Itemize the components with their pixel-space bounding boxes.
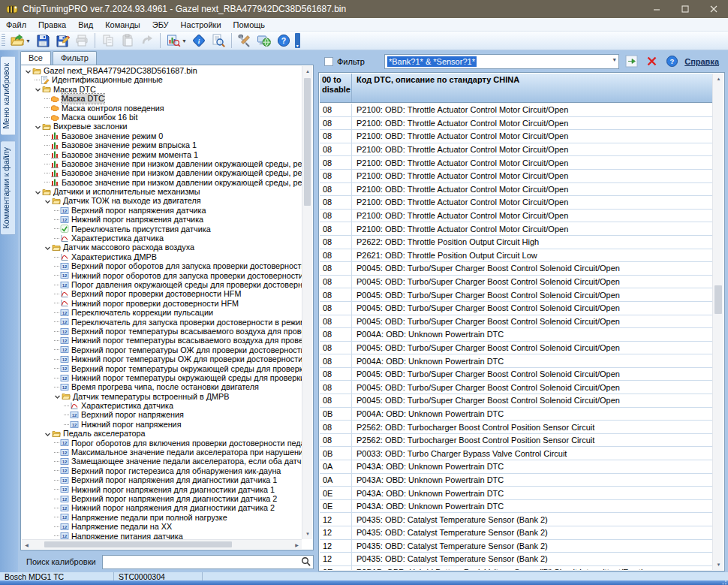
toolbar-overflow-button[interactable]: ▾: [295, 33, 300, 48]
tree-item[interactable]: 12Порог оборотов для включения проверки …: [22, 439, 302, 448]
dtc-description-cell[interactable]: P2100: OBD: Throttle Actuator Control Mo…: [352, 211, 712, 220]
dtc-table-row[interactable]: 12P0435: OBD: Catalyst Temperature Senso…: [320, 513, 712, 526]
table-vscrollbar[interactable]: ▲ ▼: [712, 74, 723, 570]
chevron-down-icon[interactable]: [44, 198, 51, 204]
dtc-mask-cell[interactable]: 08: [320, 170, 352, 182]
tree-item[interactable]: 12Нижний порог напряжения датчика: [22, 215, 302, 224]
tree-item[interactable]: 12Верхний порог напряжения: [22, 410, 302, 419]
chevron-down-icon[interactable]: [35, 86, 41, 92]
toolbar-help-button[interactable]: ?: [275, 32, 293, 49]
tree-item[interactable]: Идентификационные данные: [22, 75, 302, 84]
dtc-mask-cell[interactable]: 0A: [320, 460, 352, 473]
tree-item[interactable]: Датчик ТОЖ на выходе из двигателя: [22, 196, 302, 205]
menu-эбу[interactable]: ЭБУ: [146, 20, 175, 30]
dtc-description-cell[interactable]: P2100: OBD: Throttle Actuator Control Mo…: [352, 105, 712, 114]
dtc-table-row[interactable]: 08P004A: OBD: Unknown Powertrain DTC: [320, 328, 712, 342]
tree-item[interactable]: 12Верхний порог оборотов для запуска про…: [22, 261, 302, 270]
minimize-button[interactable]: [642, 0, 671, 18]
table-vscroll-thumb[interactable]: [714, 285, 722, 314]
dtc-table-row[interactable]: 12P0435: OBD: Catalyst Temperature Senso…: [320, 540, 712, 553]
chevron-down-icon[interactable]: [35, 123, 41, 130]
dtc-table-row[interactable]: 0AP043A: OBD: Unknown Powertrain DTC: [320, 460, 712, 474]
dtc-description-cell[interactable]: P0045: OBD: Turbo/Super Charger Boost Co…: [352, 396, 712, 405]
menu-файл[interactable]: Файл: [0, 20, 32, 30]
scroll-left-icon[interactable]: ◀: [22, 540, 32, 550]
tree-item[interactable]: Базовое значение при низком давлении окр…: [22, 178, 302, 187]
tree-vscrollbar[interactable]: ▲ ▼: [302, 66, 312, 539]
toolbar-connect-button[interactable]: [255, 32, 273, 49]
toolbar-chart-view-button[interactable]: ▼: [164, 32, 188, 49]
tree-item[interactable]: Базовое значение режим момента 1: [22, 150, 302, 159]
chevron-down-icon[interactable]: [25, 68, 32, 74]
tree-item[interactable]: Верхний порог проверки достоверности HFM: [22, 289, 302, 298]
search-icon[interactable]: [301, 556, 311, 567]
dtc-table-row[interactable]: 08P0045: OBD: Turbo/Super Charger Boost …: [320, 276, 712, 289]
chevron-down-icon[interactable]: ▼: [612, 57, 617, 62]
dtc-mask-cell[interactable]: 08: [320, 288, 352, 301]
chevron-down-icon[interactable]: [54, 393, 61, 400]
dtc-mask-cell[interactable]: 08: [320, 104, 352, 116]
dtc-description-cell[interactable]: P0435: OBD: Catalyst Temperature Sensor …: [352, 541, 712, 550]
apply-filter-button[interactable]: [624, 53, 639, 69]
tree-item[interactable]: 12Напряжение педали при полной нагрузке: [22, 513, 302, 522]
dtc-mask-cell[interactable]: 08: [320, 368, 352, 381]
dtc-description-cell[interactable]: P0B1B: OBD: Hybrid Battery Pack Voltage …: [352, 568, 712, 570]
side-tab-comments[interactable]: Комментарии к файлу: [0, 140, 15, 235]
close-button[interactable]: [699, 0, 728, 18]
dtc-mask-cell[interactable]: 08: [320, 354, 352, 367]
dtc-description-cell[interactable]: P0045: OBD: Turbo/Super Charger Boost Co…: [352, 264, 712, 273]
dtc-table-row[interactable]: 08P0045: OBD: Turbo/Super Charger Boost …: [320, 381, 712, 394]
dtc-mask-cell[interactable]: 0E: [320, 500, 352, 513]
dtc-description-cell[interactable]: P2100: OBD: Throttle Actuator Control Mo…: [352, 185, 712, 194]
dtc-table-row[interactable]: 0BP004A: OBD: Unknown Powertrain DTC: [320, 408, 712, 421]
tree-item[interactable]: 12Переключатель коррекции пульсации: [22, 308, 302, 317]
toolbar-save-as-button[interactable]: [53, 32, 71, 49]
tree-item[interactable]: Маска контроля поведения: [22, 104, 302, 113]
tree-item[interactable]: Характеристика ДМРВ: [22, 252, 302, 261]
dtc-table-row[interactable]: 08P2100: OBD: Throttle Actuator Control …: [320, 143, 712, 157]
resize-grip[interactable]: [720, 577, 727, 584]
filter-checkbox[interactable]: [324, 57, 333, 66]
dtc-table-row[interactable]: 08P2100: OBD: Throttle Actuator Control …: [320, 117, 712, 131]
dtc-table-row[interactable]: 08P2100: OBD: Throttle Actuator Control …: [320, 210, 712, 223]
dtc-mask-cell[interactable]: 0B: [320, 447, 352, 460]
tree-item[interactable]: 12Порог давления окружающей среды для пр…: [22, 280, 302, 289]
toolbar-grip[interactable]: [2, 34, 5, 47]
dtc-mask-cell[interactable]: 0E: [320, 566, 352, 570]
dtc-description-cell[interactable]: P0045: OBD: Turbo/Super Charger Boost Co…: [352, 303, 712, 312]
tree-item[interactable]: 12Верхний порог температуры всасываемого…: [22, 327, 302, 336]
scroll-up-icon[interactable]: ▲: [713, 74, 724, 84]
dtc-table-row[interactable]: 12P0435: OBD: Catalyst Temperature Senso…: [320, 553, 712, 566]
dtc-mask-cell[interactable]: 08: [320, 143, 352, 156]
dtc-table-row[interactable]: 08P2100: OBD: Throttle Actuator Control …: [320, 222, 712, 236]
column-header-mask[interactable]: 00 to disable: [320, 74, 352, 102]
dtc-description-cell[interactable]: P0045: OBD: Turbo/Super Charger Boost Co…: [352, 291, 712, 300]
menu-помощь[interactable]: Помощь: [227, 20, 272, 30]
dtc-description-cell[interactable]: P0033: OBD: Turbo Charger Bypass Valve C…: [352, 449, 712, 458]
toolbar-find-button[interactable]: [209, 32, 227, 49]
filter-combobox[interactable]: *Bank?1* & *Sensor?1* ▼: [384, 54, 619, 69]
dtc-description-cell[interactable]: P2100: OBD: Throttle Actuator Control Mo…: [352, 171, 712, 180]
tree-item[interactable]: Характеристика датчика: [22, 401, 302, 410]
dtc-description-cell[interactable]: P004A: OBD: Unknown Powertrain DTC: [352, 409, 712, 418]
dtc-table-row[interactable]: 08P2100: OBD: Throttle Actuator Control …: [320, 130, 712, 143]
dtc-description-cell[interactable]: P2100: OBD: Throttle Actuator Control Mo…: [352, 158, 712, 167]
tree-item[interactable]: 12Напряжение педали на XX: [22, 522, 302, 531]
menu-команды[interactable]: Команды: [99, 20, 146, 30]
tree-vscroll-thumb[interactable]: [304, 78, 311, 206]
tree-item[interactable]: Педаль акселератора: [22, 429, 302, 438]
dtc-mask-cell[interactable]: 08: [320, 342, 352, 354]
dtc-table-row[interactable]: 08P2100: OBD: Throttle Actuator Control …: [320, 183, 712, 197]
dtc-description-cell[interactable]: P0045: OBD: Turbo/Super Charger Boost Co…: [352, 343, 712, 352]
tree-tab-фильтр[interactable]: Фильтр: [53, 51, 97, 65]
dtc-description-cell[interactable]: P0045: OBD: Turbo/Super Charger Boost Co…: [352, 369, 712, 378]
tree-item[interactable]: 12Верхний порог напряжения для диагности…: [22, 475, 302, 484]
dtc-mask-cell[interactable]: 08: [320, 222, 352, 235]
dtc-description-cell[interactable]: P004A: OBD: Unknown Powertrain DTC: [352, 330, 712, 339]
dtc-mask-cell[interactable]: 08: [320, 117, 352, 130]
dtc-mask-cell[interactable]: 08: [320, 421, 352, 433]
dtc-table-row[interactable]: 08P2621: OBD: Throttle Position Output C…: [320, 249, 712, 263]
scroll-down-icon[interactable]: ▼: [302, 529, 313, 539]
dtc-description-cell[interactable]: P2100: OBD: Throttle Actuator Control Mo…: [352, 131, 712, 140]
dtc-mask-cell[interactable]: 12: [320, 553, 352, 565]
